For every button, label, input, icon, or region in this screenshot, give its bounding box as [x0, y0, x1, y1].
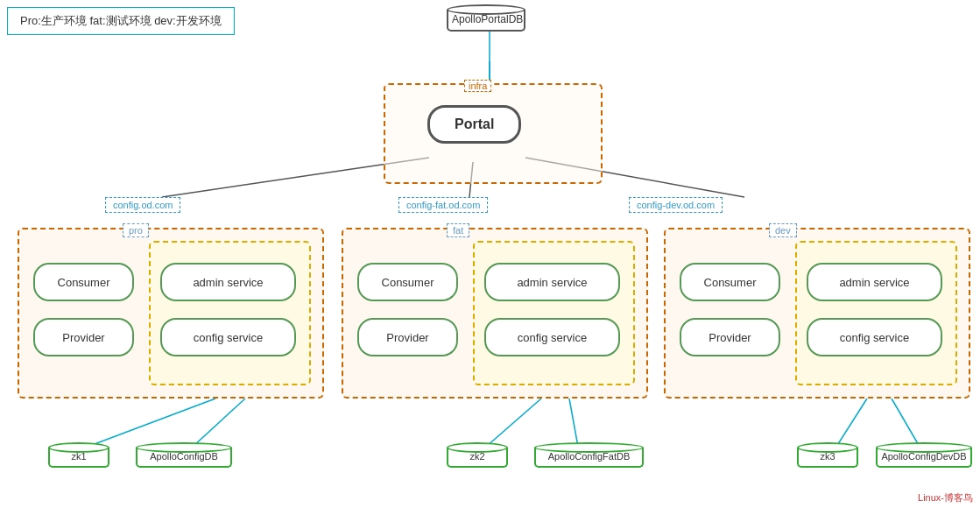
pro-consumer: Consumer: [33, 263, 134, 301]
env-dev-label: dev: [769, 223, 797, 237]
pro-admin-service: admin service: [160, 263, 296, 301]
env-fat-label: fat: [447, 223, 469, 237]
apollo-config-dev-db: ApolloConfigDevDB: [876, 442, 972, 468]
apollo-config-fat-db: ApolloConfigFatDB: [534, 442, 644, 468]
fat-admin-service: admin service: [484, 263, 620, 301]
dev-provider: Provider: [680, 318, 780, 356]
dev-config-service: config service: [807, 318, 942, 356]
legend-box: Pro:生产环境 fat:测试环境 dev:开发环境: [7, 7, 235, 35]
pro-config-service: config service: [160, 318, 296, 356]
portal-node: Portal: [427, 105, 521, 144]
dev-admin-service: admin service: [807, 263, 942, 301]
url-pro: config.od.com: [105, 197, 180, 213]
apollo-config-db-pro: ApolloConfigDB: [136, 442, 232, 468]
architecture-diagram: Pro:生产环境 fat:测试环境 dev:开发环境 ApolloPortalD…: [0, 0, 980, 508]
url-dev: config-dev.od.com: [629, 197, 723, 213]
fat-config-service: config service: [484, 318, 620, 356]
svg-line-12: [836, 399, 867, 447]
svg-line-8: [88, 399, 215, 447]
zk3: zk3: [797, 442, 858, 468]
zk2: zk2: [447, 442, 508, 468]
svg-line-10: [486, 399, 541, 447]
fat-provider: Provider: [357, 318, 458, 356]
zk1: zk1: [48, 442, 109, 468]
svg-line-11: [569, 399, 578, 447]
dev-consumer: Consumer: [680, 263, 780, 301]
url-fat: config-fat.od.com: [398, 197, 488, 213]
watermark: Linux-博客鸟: [918, 491, 973, 504]
fat-consumer: Consumer: [357, 263, 458, 301]
env-pro-label: pro: [123, 223, 149, 237]
pro-provider: Provider: [33, 318, 134, 356]
infra-label: infra: [464, 80, 491, 92]
svg-line-9: [193, 399, 245, 447]
legend-text: Pro:生产环境 fat:测试环境 dev:开发环境: [20, 14, 222, 27]
svg-line-13: [892, 399, 920, 447]
apollo-portal-db: ApolloPortalDB: [447, 4, 525, 32]
